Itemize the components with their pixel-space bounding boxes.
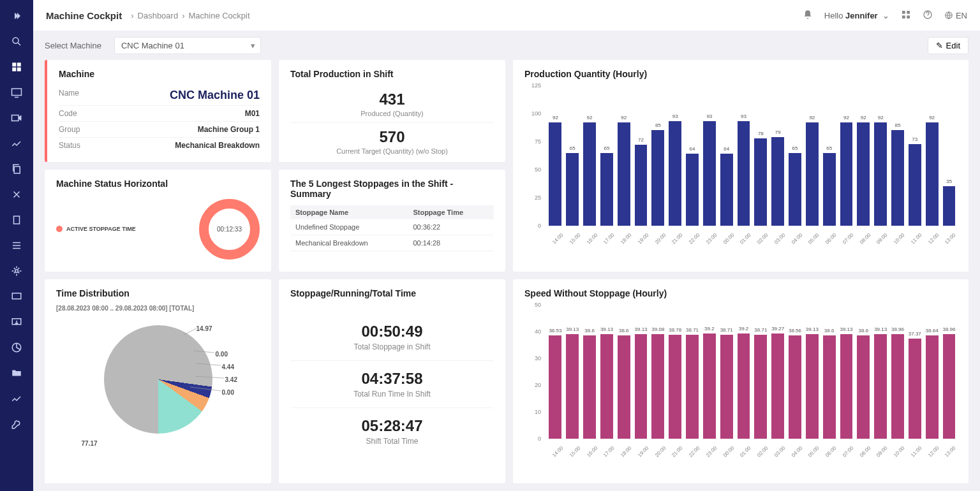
total-run: 04:37:58 — [290, 370, 494, 388]
svg-rect-8 — [14, 216, 20, 224]
legend-active-stoppage: ACTIVE STOPPAGE TIME — [56, 226, 136, 232]
video-icon[interactable] — [10, 112, 23, 124]
chevron-down-icon: ▾ — [251, 41, 255, 50]
crumb-dashboard[interactable]: Dashboard — [138, 11, 179, 20]
svg-line-23 — [190, 387, 221, 391]
svg-rect-5 — [12, 89, 22, 96]
svg-rect-7 — [14, 166, 20, 173]
apps-icon[interactable] — [901, 10, 911, 22]
card-production: Total Production in Shift 431Produced (Q… — [279, 60, 505, 162]
bar-chart-speed: 0102030405038.5339.1338.639.1338.639.133… — [524, 305, 957, 451]
chevron-down-icon: ⌄ — [882, 11, 889, 20]
bell-icon[interactable] — [803, 10, 813, 22]
svg-rect-14 — [907, 11, 910, 14]
sidebar — [0, 0, 33, 491]
copy-icon[interactable] — [10, 163, 23, 175]
card-stoppages: The 5 Longest Stoppages in the Shift - S… — [279, 170, 505, 272]
present-icon[interactable] — [10, 290, 23, 303]
edit-button[interactable]: ✎ Edit — [928, 37, 969, 54]
card-speed-hourly: Speed Without Stoppage (Hourly) 01020304… — [513, 279, 969, 483]
card-title: Speed Without Stoppage (Hourly) — [524, 288, 957, 298]
lang-switch[interactable]: EN — [944, 11, 967, 20]
time-dist-subtitle: [28.08.2023 08:00 .. 29.08.2023 08:00] [… — [56, 305, 260, 312]
help-icon[interactable] — [923, 10, 933, 22]
machine-select[interactable]: CNC Machine 01 ▾ — [114, 37, 261, 54]
page-title: Machine Cockpit — [46, 10, 122, 21]
select-machine-label: Select Machine — [45, 41, 101, 50]
card-machine: Machine NameCNC Machine 01 CodeM01 Group… — [45, 60, 271, 162]
tools-icon[interactable] — [10, 188, 23, 201]
filter-bar: Select Machine CNC Machine 01 ▾ ✎ Edit — [33, 31, 980, 60]
total-stoppage: 00:50:49 — [290, 323, 494, 341]
card-title: Time Distribution — [56, 288, 260, 298]
svg-line-21 — [197, 363, 221, 365]
crumb-current[interactable]: Machine Cockpit — [188, 11, 249, 20]
card-title: Total Production in Shift — [290, 69, 494, 79]
growth-icon[interactable] — [10, 392, 23, 405]
clipboard-icon[interactable] — [10, 214, 23, 226]
machine-code: M01 — [245, 109, 260, 118]
produced-value: 431 — [290, 91, 494, 108]
svg-line-22 — [195, 376, 224, 378]
svg-rect-6 — [12, 115, 19, 121]
expand-icon[interactable] — [10, 10, 23, 22]
target-value: 570 — [290, 128, 494, 146]
machine-group: Machine Group 1 — [198, 125, 260, 134]
svg-rect-1 — [12, 62, 16, 66]
svg-rect-4 — [17, 68, 21, 71]
wrench-icon[interactable] — [10, 418, 23, 430]
dashboard-icon[interactable] — [10, 61, 23, 73]
search-icon[interactable] — [10, 35, 23, 48]
legend-dot — [56, 226, 63, 232]
top-right: Hello Jennifer ⌄ EN — [803, 10, 967, 22]
svg-line-20 — [193, 351, 214, 353]
list-icon[interactable] — [10, 239, 23, 252]
svg-rect-13 — [902, 11, 905, 14]
card-title: Production Quantity (Hourly) — [524, 69, 957, 79]
card-title: The 5 Longest Stoppages in the Shift - S… — [290, 179, 494, 199]
shift-total: 05:28:47 — [290, 417, 494, 435]
svg-rect-2 — [17, 62, 21, 66]
machine-name: CNC Machine 01 — [170, 89, 260, 102]
donut-stoppage: 00:12:33 — [199, 199, 260, 260]
pie-icon[interactable] — [10, 341, 23, 354]
card-prod-hourly: Production Quantity (Hourly) 02550751001… — [513, 60, 969, 272]
svg-point-9 — [15, 270, 19, 273]
card-title: Machine Status Horizontal — [56, 179, 260, 189]
chart-icon[interactable] — [10, 137, 23, 150]
table-row: Mechanical Breakdown00:14:28 — [290, 235, 494, 251]
pie-chart: 14.970.004.443.420.0077.17 — [94, 316, 222, 443]
card-title: Machine — [59, 69, 260, 79]
import-icon[interactable] — [10, 316, 23, 328]
card-times: Stoppage/Running/Total Time 00:50:49Tota… — [279, 279, 505, 483]
folder-icon[interactable] — [10, 367, 23, 379]
gear-icon[interactable] — [10, 265, 23, 277]
card-status: Machine Status Horizontal ACTIVE STOPPAG… — [45, 170, 271, 272]
table-row: Undefined Stoppage00:36:22 — [290, 219, 494, 235]
stoppages-table: Stoppage NameStoppage Time Undefined Sto… — [290, 205, 494, 251]
svg-rect-10 — [12, 293, 21, 299]
card-time-dist: Time Distribution [28.08.2023 08:00 .. 2… — [45, 279, 271, 483]
svg-rect-15 — [902, 15, 905, 18]
svg-rect-16 — [907, 15, 910, 18]
svg-line-19 — [184, 328, 197, 335]
machine-status: Mechanical Breakdown — [175, 141, 260, 150]
user-greeting[interactable]: Hello Jennifer ⌄ — [824, 11, 889, 20]
svg-point-0 — [13, 38, 19, 43]
topbar: Machine Cockpit › Dashboard › Machine Co… — [33, 0, 980, 31]
card-title: Stoppage/Running/Total Time — [290, 288, 494, 298]
bar-chart-production: 0255075100125926592659272859364936493787… — [524, 85, 957, 238]
edit-icon: ✎ — [936, 41, 943, 50]
svg-rect-3 — [12, 68, 16, 71]
monitor-icon[interactable] — [10, 86, 23, 99]
breadcrumb: Machine Cockpit › Dashboard › Machine Co… — [46, 10, 250, 21]
